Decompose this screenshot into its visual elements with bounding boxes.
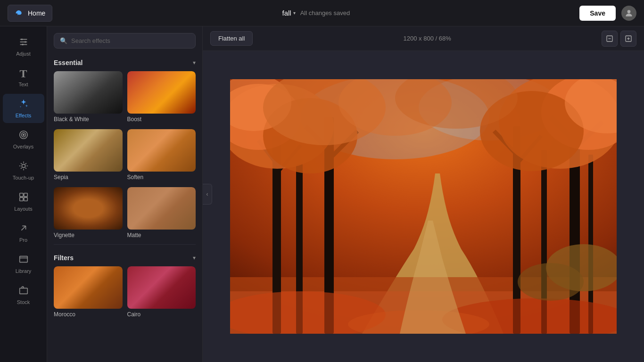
effect-bw[interactable]: Black & White xyxy=(54,71,123,124)
avatar[interactable] xyxy=(621,6,636,21)
canvas-controls xyxy=(602,31,636,47)
topbar-center: fall ▾ All changes saved xyxy=(282,9,350,17)
effect-sepia-label: Sepia xyxy=(54,174,123,182)
project-name[interactable]: fall ▾ xyxy=(282,9,295,17)
main-layout: Adjust T Text Effects xyxy=(0,26,644,362)
svg-rect-11 xyxy=(19,193,23,197)
filters-chevron-icon: ▾ xyxy=(193,255,196,261)
effect-vignette[interactable]: Vignette xyxy=(54,187,123,240)
effect-morocco[interactable]: Morocco xyxy=(54,266,123,320)
save-button[interactable]: Save xyxy=(579,6,616,21)
effect-boost-label: Boost xyxy=(127,116,196,124)
zoom-in-button[interactable] xyxy=(620,31,636,47)
effect-soften-thumb xyxy=(127,129,196,172)
icon-nav: Adjust T Text Effects xyxy=(0,26,47,362)
effect-sepia-thumb xyxy=(54,129,123,172)
touchup-label: Touch-up xyxy=(13,175,34,181)
filters-section-header[interactable]: Filters ▾ xyxy=(54,248,196,266)
topbar-left: Home xyxy=(8,5,52,22)
essential-title: Essential xyxy=(54,59,83,66)
effect-soften[interactable]: Soften xyxy=(127,129,196,182)
svg-point-10 xyxy=(22,164,25,167)
filters-effects-grid: Morocco Cairo xyxy=(54,266,196,320)
adjust-icon xyxy=(18,37,29,49)
svg-point-4 xyxy=(21,39,23,41)
library-icon xyxy=(18,254,29,266)
canvas-toolbar: Flatten all 1200 x 800 / 68% xyxy=(203,26,644,51)
effect-boost-thumb xyxy=(127,71,196,114)
search-box: 🔍 xyxy=(47,26,202,53)
effect-morocco-thumb xyxy=(54,266,123,309)
svg-rect-13 xyxy=(19,197,23,201)
zoom-out-icon xyxy=(606,35,613,42)
effect-cairo[interactable]: Cairo xyxy=(127,266,196,320)
canvas-image xyxy=(230,79,617,334)
canvas-viewport xyxy=(203,51,644,362)
overlays-label: Overlays xyxy=(13,144,33,149)
svg-point-0 xyxy=(627,10,631,13)
search-input[interactable] xyxy=(71,37,190,44)
zoom-out-button[interactable] xyxy=(602,31,618,47)
svg-rect-14 xyxy=(24,197,27,201)
section-divider xyxy=(54,244,196,245)
canvas-area: ‹ Flatten all 1200 x 800 / 68% xyxy=(203,26,644,362)
chevron-down-icon: ▾ xyxy=(293,10,296,16)
collapse-panel-button[interactable]: ‹ xyxy=(203,184,212,205)
effect-matte-thumb xyxy=(127,187,196,230)
svg-point-5 xyxy=(24,41,26,43)
essential-effects-grid: Black & White Boost Sepia xyxy=(54,71,196,240)
svg-rect-16 xyxy=(19,288,27,294)
filters-title: Filters xyxy=(54,254,74,262)
pro-label: Pro xyxy=(19,237,27,243)
layouts-icon xyxy=(18,192,29,204)
svg-rect-15 xyxy=(19,256,27,263)
effect-morocco-label: Morocco xyxy=(54,311,123,320)
effects-panel: 🔍 Essential ▾ Black & White xyxy=(47,26,203,362)
sidebar-item-overlays[interactable]: Overlays xyxy=(3,125,44,154)
effect-sepia[interactable]: Sepia xyxy=(54,129,123,182)
pro-icon xyxy=(18,223,29,235)
topbar-right: Save xyxy=(579,6,636,21)
sidebar-item-stock[interactable]: Stock xyxy=(3,280,44,310)
forest-svg xyxy=(230,79,617,334)
overlays-icon xyxy=(18,130,29,141)
flatten-all-button[interactable]: Flatten all xyxy=(210,31,253,46)
home-label: Home xyxy=(28,9,45,17)
effects-scroll: Essential ▾ Black & White Boost xyxy=(47,53,202,362)
effect-cairo-thumb xyxy=(127,266,196,309)
effect-bw-thumb xyxy=(54,71,123,114)
save-status: All changes saved xyxy=(300,9,350,16)
effect-boost[interactable]: Boost xyxy=(127,71,196,124)
sidebar-item-effects[interactable]: Effects xyxy=(3,94,44,123)
effect-matte[interactable]: Matte xyxy=(127,187,196,240)
home-button[interactable]: Home xyxy=(8,5,52,22)
zoom-in-icon xyxy=(625,35,632,42)
sidebar-item-touchup[interactable]: Touch-up xyxy=(3,156,44,185)
text-label: Text xyxy=(18,82,28,87)
essential-section-header[interactable]: Essential ▾ xyxy=(54,53,196,71)
stock-icon xyxy=(18,285,29,297)
topbar: Home fall ▾ All changes saved Save xyxy=(0,0,644,26)
sidebar-item-adjust[interactable]: Adjust xyxy=(3,32,44,61)
touchup-icon xyxy=(18,161,29,173)
essential-chevron-icon: ▾ xyxy=(193,59,196,66)
canvas-dimensions: 1200 x 800 / 68% xyxy=(404,35,451,42)
library-label: Library xyxy=(16,268,32,274)
svg-point-9 xyxy=(23,134,24,136)
effect-bw-label: Black & White xyxy=(54,116,123,124)
svg-point-54 xyxy=(518,263,584,301)
effect-vignette-label: Vignette xyxy=(54,232,123,240)
sidebar-item-layouts[interactable]: Layouts xyxy=(3,187,44,216)
bird-logo-icon xyxy=(15,8,24,18)
svg-point-6 xyxy=(22,44,24,46)
effects-label: Effects xyxy=(16,113,31,118)
text-icon: T xyxy=(19,68,27,79)
effect-matte-label: Matte xyxy=(127,232,196,240)
search-icon: 🔍 xyxy=(60,37,67,44)
search-input-wrap: 🔍 xyxy=(54,33,196,49)
sidebar-item-pro[interactable]: Pro xyxy=(3,218,44,247)
sidebar-item-text[interactable]: T Text xyxy=(3,63,44,92)
stock-label: Stock xyxy=(17,299,30,305)
sidebar-item-library[interactable]: Library xyxy=(3,249,44,279)
adjust-label: Adjust xyxy=(16,51,31,57)
